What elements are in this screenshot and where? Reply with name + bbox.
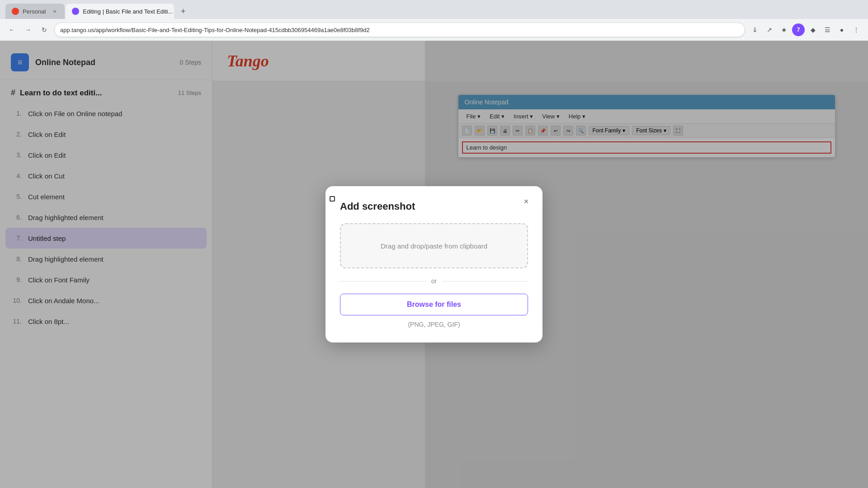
personal-tab-icon [12, 8, 19, 15]
back-button[interactable]: ← [5, 23, 18, 36]
divider-line-right [442, 281, 528, 282]
personal-tab-close[interactable]: ✕ [51, 8, 58, 15]
profile-avatar-icon[interactable]: ● [835, 23, 848, 36]
address-bar-row: ← → ↻ app.tango.us/app/workflow/Basic-Fi… [0, 19, 868, 41]
extensions-icon[interactable]: ◆ [807, 23, 819, 36]
browser-chrome: Personal ✕ Editing | Basic File and Text… [0, 0, 868, 41]
tango-tab-label: Editing | Basic File and Text Editi... [83, 8, 173, 15]
menu-icon[interactable]: ⋮ [850, 23, 863, 36]
drop-zone-text: Drag and drop/paste from clipboard [381, 242, 487, 250]
tango-tab-icon [72, 8, 79, 15]
new-tab-button[interactable]: + [177, 5, 189, 18]
divider-row: or [340, 277, 528, 285]
divider-line-left [340, 281, 426, 282]
file-formats-text: (PNG, JPEG, GIF) [340, 321, 528, 328]
drop-zone[interactable]: Drag and drop/paste from clipboard [340, 223, 528, 268]
forward-button[interactable]: → [22, 23, 34, 36]
modal-overlay[interactable]: Add screenshot × Drag and drop/paste fro… [0, 41, 868, 488]
tab-tango[interactable]: Editing | Basic File and Text Editi... ✕ [66, 4, 174, 19]
tab-bar: Personal ✕ Editing | Basic File and Text… [0, 0, 868, 19]
app-body: ≡ Online Notepad 0 Steps # Learn to do t… [0, 41, 868, 488]
personal-tab-label: Personal [23, 8, 46, 15]
tab-personal[interactable]: Personal ✕ [5, 4, 65, 19]
download-icon[interactable]: ⇓ [749, 23, 761, 36]
modal-close-button[interactable]: × [519, 194, 533, 209]
sidebar-icon[interactable]: ☰ [821, 23, 834, 36]
profile-icon[interactable]: 7 [792, 23, 805, 36]
modal-title: Add screenshot [340, 201, 528, 212]
address-text: app.tango.us/app/workflow/Basic-File-and… [60, 27, 370, 33]
divider-or-text: or [431, 277, 437, 285]
address-bar[interactable]: app.tango.us/app/workflow/Basic-File-and… [54, 23, 745, 37]
share-icon[interactable]: ↗ [763, 23, 776, 36]
add-screenshot-modal: Add screenshot × Drag and drop/paste fro… [326, 186, 542, 343]
bookmark-icon[interactable]: ★ [778, 23, 790, 36]
reload-button[interactable]: ↻ [38, 23, 51, 36]
browser-toolbar-icons: ⇓ ↗ ★ 7 ◆ ☰ ● ⋮ [749, 23, 863, 36]
browse-for-files-button[interactable]: Browse for files [340, 294, 528, 315]
